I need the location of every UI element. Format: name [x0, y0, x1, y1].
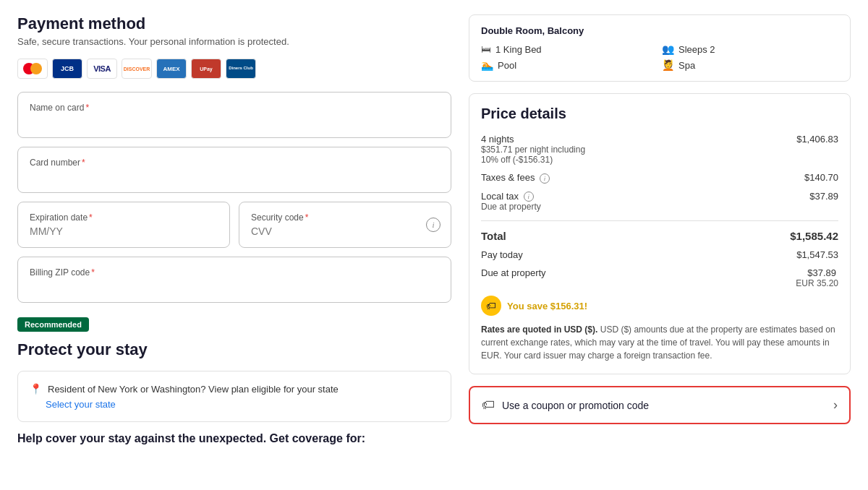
protect-resident: 📍 Resident of New York or Washington? Vi… [30, 383, 439, 410]
price-row-nights: 4 nights $351.71 per night including10% … [481, 134, 838, 165]
total-value: $1,585.42 [790, 230, 838, 242]
price-row-pay-today: Pay today $1,547.53 [481, 249, 838, 260]
expiry-field: Expiration date* [17, 202, 230, 248]
visa-logo: VISA [87, 59, 117, 79]
mastercard-logo [17, 59, 48, 79]
card-number-label: Card number* [30, 158, 439, 168]
rates-note-bold: Rates are quoted in USD ($). [481, 324, 597, 335]
cvv-input[interactable] [251, 225, 439, 237]
card-number-input[interactable] [30, 171, 439, 182]
nights-value: $1,406.83 [796, 134, 838, 145]
spa-icon: 💆 [662, 59, 674, 71]
amenity-pool: 🏊 Pool [481, 59, 658, 71]
billing-zip-field: Billing ZIP code* [17, 257, 451, 303]
billing-zip-input[interactable] [30, 280, 439, 292]
help-cover-text: Help cover your stay against the unexpec… [17, 432, 451, 445]
right-panel: Double Room, Balcony 🛏 1 King Bed 👥 Slee… [469, 14, 851, 445]
savings-row: 🏷 You save $156.31! [481, 296, 838, 316]
cvv-field: Security code* i [239, 202, 451, 248]
coupon-card[interactable]: 🏷 Use a coupon or promotion code › [469, 386, 851, 424]
taxes-value: $140.70 [804, 172, 838, 183]
nights-sublabel: $351.71 per night including10% off (-$15… [481, 145, 585, 165]
sleeps-label: Sleeps 2 [678, 44, 715, 55]
coupon-icon: 🏷 [482, 397, 495, 413]
rates-note: Rates are quoted in USD ($). USD ($) amo… [481, 323, 838, 362]
name-on-card-input[interactable] [30, 116, 439, 127]
amenity-king-bed: 🛏 1 King Bed [481, 43, 658, 55]
total-label: Total [481, 230, 506, 242]
unionpay-logo: UPay [191, 59, 221, 79]
discover-logo: DISCOVER [122, 59, 152, 79]
select-state-link[interactable]: Select your state [30, 399, 439, 410]
expiry-label: Expiration date* [30, 212, 218, 223]
savings-text: You save $156.31! [507, 301, 587, 311]
room-amenities: 🛏 1 King Bed 👥 Sleeps 2 🏊 Pool 💆 Spa [481, 43, 838, 71]
card-logos: JCB VISA DISCOVER AMEX UPay Diners Club [17, 59, 451, 79]
cvv-label: Security code* [251, 212, 439, 223]
price-row-total: Total $1,585.42 [481, 230, 838, 242]
nights-label: 4 nights [481, 134, 585, 145]
coupon-text: Use a coupon or promotion code [502, 400, 649, 411]
amex-logo: AMEX [156, 59, 187, 79]
due-at-property-value: $37.89 [807, 267, 838, 278]
left-panel: Payment method Safe, secure transactions… [17, 14, 451, 445]
taxes-info-icon[interactable]: i [540, 173, 550, 184]
expiry-cvv-row: Expiration date* Security code* i [17, 202, 451, 248]
payment-title: Payment method [17, 14, 451, 33]
pool-label: Pool [498, 60, 516, 71]
due-at-property-eur: EUR 35.20 [796, 278, 838, 288]
pay-today-label: Pay today [481, 249, 523, 260]
cvv-info-icon[interactable]: i [426, 218, 441, 232]
card-number-field: Card number* [17, 147, 451, 193]
king-bed-label: 1 King Bed [495, 44, 542, 55]
name-on-card-label: Name on card* [30, 103, 439, 113]
due-at-property-label: Due at property [481, 267, 546, 278]
bed-icon: 🛏 [481, 43, 491, 55]
price-row-taxes: Taxes & fees i $140.70 [481, 172, 838, 184]
recommended-badge: Recommended [17, 317, 89, 332]
expiry-input[interactable] [30, 225, 218, 237]
price-details-title: Price details [481, 106, 838, 122]
savings-icon: 🏷 [481, 296, 501, 316]
resident-row: 📍 Resident of New York or Washington? Vi… [30, 383, 439, 395]
chevron-right-icon: › [833, 397, 838, 413]
pin-icon: 📍 [30, 383, 42, 395]
taxes-label: Taxes & fees i [481, 172, 550, 184]
jcb-logo: JCB [52, 59, 82, 79]
room-type: Double Room, Balcony [481, 25, 838, 36]
protect-card: 📍 Resident of New York or Washington? Vi… [17, 371, 451, 422]
local-tax-label: Local tax i [481, 191, 541, 202]
amenity-spa: 💆 Spa [662, 59, 838, 71]
price-row-local-tax: Local tax i Due at property $37.89 [481, 191, 838, 212]
protect-stay-title: Protect your stay [17, 340, 451, 359]
local-tax-info-icon[interactable]: i [524, 192, 534, 202]
sleeps-icon: 👥 [662, 43, 674, 55]
pay-today-value: $1,547.53 [796, 249, 838, 260]
spa-label: Spa [678, 60, 695, 71]
price-row-due-at-property: Due at property $37.89 EUR 35.20 [481, 267, 838, 288]
due-at-property-note: Due at property [481, 202, 541, 212]
amenity-sleeps: 👥 Sleeps 2 [662, 43, 838, 55]
pool-icon: 🏊 [481, 59, 493, 71]
price-details-card: Price details 4 nights $351.71 per night… [469, 93, 851, 374]
resident-text: Resident of New York or Washington? View… [48, 384, 339, 395]
price-divider [481, 220, 838, 221]
coupon-left: 🏷 Use a coupon or promotion code [482, 397, 649, 413]
local-tax-value: $37.89 [809, 191, 838, 202]
diners-logo: Diners Club [226, 59, 256, 79]
name-on-card-field: Name on card* [17, 92, 451, 138]
billing-zip-label: Billing ZIP code* [30, 267, 439, 278]
payment-subtitle: Safe, secure transactions. Your personal… [17, 36, 451, 47]
room-card: Double Room, Balcony 🛏 1 King Bed 👥 Slee… [469, 14, 851, 82]
